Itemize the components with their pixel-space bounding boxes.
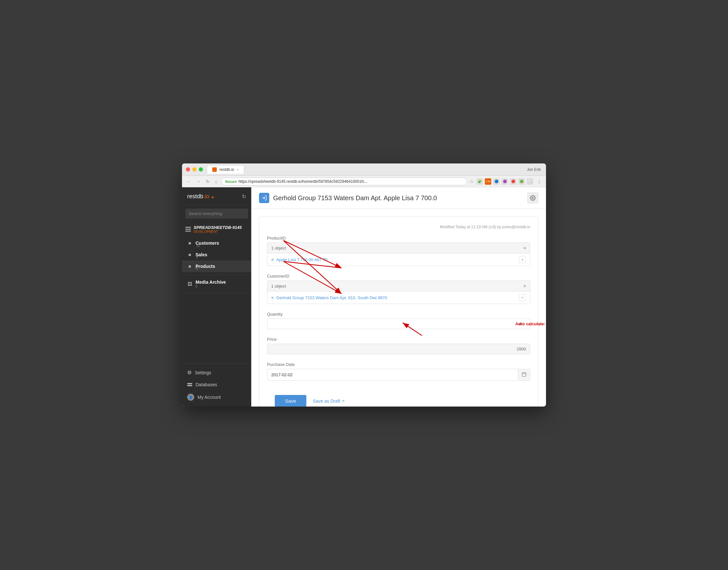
- sidebar-collections-section: ■ Customers 10 ■ Sales 4 ■ Products 9: [182, 235, 251, 275]
- logo-icon: ■: [212, 195, 213, 199]
- sidebar-logo-area: restdb.io ■ ↻: [182, 187, 251, 205]
- db-env: development: [194, 230, 242, 233]
- browser-tab[interactable]: restdb.io ×: [207, 165, 244, 174]
- back-button[interactable]: ←: [185, 178, 192, 185]
- purchase-date-field-group: Purchase Date: [267, 362, 530, 381]
- home-button[interactable]: ⌂: [213, 178, 219, 185]
- settings-icon: ⚙: [187, 369, 192, 375]
- form-area: Modified Today at 11:10 AM (v.8) by jone…: [251, 209, 546, 406]
- media-section: 🖼 Media Archive 0: [182, 275, 251, 293]
- sidebar-item-myaccount[interactable]: 👤 My Account: [182, 390, 251, 404]
- svg-point-1: [532, 197, 534, 199]
- extension-icon-3[interactable]: 🔵: [493, 178, 500, 185]
- addressbar: ← → ↻ ⌂ Secure https://spreadsheetdb-914…: [182, 176, 546, 187]
- quantity-field-group: Quantity Auto calculate: Product.Price *…: [267, 312, 530, 329]
- settings-label: Settings: [195, 370, 211, 375]
- purchase-date-input[interactable]: [267, 370, 518, 380]
- forward-button[interactable]: →: [195, 178, 202, 185]
- products-count: 9: [196, 267, 198, 271]
- sidebar-item-media[interactable]: 🖼 Media Archive 0: [182, 276, 251, 291]
- maximize-window-button[interactable]: [199, 167, 203, 172]
- extension-icon-4[interactable]: 🟣: [502, 178, 508, 185]
- tab-title: restdb.io: [219, 167, 234, 172]
- price-field-group: Price 2800: [267, 337, 530, 354]
- drag-handle-icon: ≡: [271, 257, 274, 262]
- auto-calc-note: Auto calculate: Product.Price * Quantity: [515, 321, 546, 326]
- product-id-container: 1 object ≡ ≡ Apple Lisa 7 700.00 A67 70 …: [267, 242, 530, 266]
- sidebar-item-customers[interactable]: ■ Customers 10: [182, 237, 251, 249]
- titlebar: restdb.io × Jon Erik: [182, 164, 546, 176]
- customer-id-header: 1 object ≡: [267, 281, 530, 291]
- menu-button[interactable]: ⋮: [536, 178, 543, 185]
- product-id-menu-icon[interactable]: ≡: [524, 245, 526, 251]
- form-card: Modified Today at 11:10 AM (v.8) by jone…: [259, 217, 538, 406]
- customer-id-row: ≡ Gerhold Group 7153 Waters Dam Apt. 910…: [267, 291, 530, 304]
- extension-icon-2[interactable]: 1:00: [485, 178, 491, 185]
- window-controls: [186, 167, 203, 172]
- content-header: Gerhold Group 7153 Waters Dam Apt. Apple…: [251, 187, 546, 209]
- db-section-header: spreadsheetdb-9145 development: [182, 223, 251, 235]
- extension-icon-1[interactable]: 🧩: [477, 178, 483, 185]
- save-button[interactable]: Save: [275, 395, 306, 406]
- reload-button[interactable]: ↻: [204, 178, 211, 185]
- action-bar: Save Save as Draft ↗: [267, 388, 530, 406]
- tab-close-button[interactable]: ×: [237, 168, 239, 172]
- settings-gear-button[interactable]: [527, 193, 538, 204]
- sidebar-bottom-section: ⚙ Settings Databases 👤 My Account: [182, 363, 251, 406]
- databases-icon: [187, 383, 192, 386]
- product-id-row: ≡ Apple Lisa 7 700.00 A67 70 ×: [267, 253, 530, 266]
- refresh-icon[interactable]: ↻: [242, 194, 246, 200]
- search-input[interactable]: [185, 209, 248, 219]
- logo-text: restdb.io ■: [187, 193, 213, 200]
- close-window-button[interactable]: [186, 167, 190, 172]
- sidebar-item-databases[interactable]: Databases: [182, 379, 251, 390]
- calendar-button[interactable]: [518, 369, 530, 380]
- databases-label: Databases: [195, 382, 217, 387]
- media-count: 0: [195, 285, 226, 288]
- product-id-field-group: ProductID 1 object ≡ ≡ Apple Lisa 7 700.…: [267, 236, 530, 266]
- sales-table-icon: ■: [187, 252, 192, 257]
- page-title: Gerhold Group 7153 Waters Dam Apt. Apple…: [273, 195, 437, 202]
- customer-id-menu-icon[interactable]: ≡: [524, 283, 526, 289]
- svg-rect-2: [522, 373, 526, 376]
- main-content: Gerhold Group 7153 Waters Dam Apt. Apple…: [251, 187, 546, 406]
- purchase-date-label: Purchase Date: [267, 362, 530, 367]
- price-display: 2800: [267, 344, 530, 354]
- drag-handle-icon-2: ≡: [271, 295, 274, 300]
- media-archive-icon: 🖼: [187, 281, 192, 287]
- products-table-icon: ■: [187, 264, 192, 269]
- url-text: https://spreadsheetdb-9145.restdb.io/hom…: [238, 179, 368, 184]
- date-container: [267, 369, 530, 381]
- url-bar[interactable]: Secure https://spreadsheetdb-9145.restdb…: [221, 178, 467, 185]
- customer-id-label: CustomerID: [267, 274, 530, 279]
- record-title-area: Gerhold Group 7153 Waters Dam Apt. Apple…: [259, 193, 437, 203]
- sidebar-item-products[interactable]: ■ Products 9: [182, 261, 251, 272]
- customer-id-container: 1 object ≡ ≡ Gerhold Group 7153 Waters D…: [267, 280, 530, 304]
- customer-id-remove-button[interactable]: ×: [519, 294, 526, 301]
- product-id-remove-button[interactable]: ×: [519, 256, 526, 263]
- modified-info: Modified Today at 11:10 AM (v.8) by jone…: [267, 225, 530, 229]
- customers-table-icon: ■: [187, 241, 192, 246]
- products-label: Products: [195, 264, 215, 269]
- sales-count: 4: [196, 256, 198, 259]
- quantity-input[interactable]: [267, 318, 530, 329]
- price-label: Price: [267, 337, 530, 342]
- customer-id-field-group: CustomerID 1 object ≡ ≡ Gerhold Group 71…: [267, 274, 530, 304]
- app-window: restdb.io ■ ↻ spreadsheetdb-9145 develop…: [182, 187, 546, 406]
- product-id-label: ProductID: [267, 236, 530, 241]
- bookmark-icon[interactable]: ☆: [470, 179, 474, 184]
- avatar: 👤: [187, 394, 194, 401]
- extension-icon-6[interactable]: 🟢: [518, 178, 525, 185]
- record-icon: [259, 193, 269, 203]
- customer-id-link[interactable]: ≡ Gerhold Group 7153 Waters Dam Apt. 910…: [271, 295, 387, 300]
- extension-icon-7[interactable]: ⬜: [527, 178, 533, 185]
- minimize-window-button[interactable]: [192, 167, 196, 172]
- product-id-link[interactable]: ≡ Apple Lisa 7 700.00 A67 70: [271, 257, 327, 262]
- sidebar-item-settings[interactable]: ⚙ Settings: [182, 366, 251, 379]
- extension-icon-5[interactable]: 🔴: [510, 178, 516, 185]
- save-draft-button[interactable]: Save as Draft ↗: [313, 398, 345, 404]
- quantity-label: Quantity: [267, 312, 530, 317]
- secure-badge: Secure: [225, 180, 237, 184]
- sidebar-item-sales[interactable]: ■ Sales 4: [182, 249, 251, 261]
- customer-id-count: 1 object: [271, 284, 286, 289]
